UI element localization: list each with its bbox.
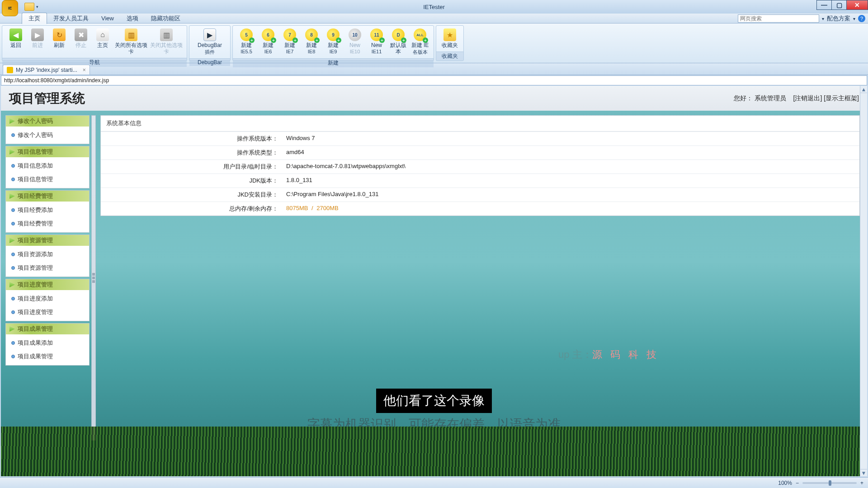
new-ie7-button[interactable]: 7+新建IE7 (279, 28, 301, 55)
sidebar-item-res-manage[interactable]: 项目资源管理 (6, 261, 89, 275)
splitter-handle[interactable] (91, 115, 96, 441)
sidebar-group-progress: 项目进度管理 项目进度添加项目进度管理 (5, 279, 90, 321)
ie-icon: 7+ (283, 28, 296, 41)
close-other-tabs-button[interactable]: ▥关闭其他选项卡 (149, 28, 184, 56)
new-ie-all-button[interactable]: ALL+新建 IE各版本 (409, 28, 431, 56)
menu-strip: 主页 开发人员工具 View 选项 隐藏功能区 ▾ 配色方案 ▾ ? (0, 14, 868, 23)
sidebar-item-res-add[interactable]: 项目资源添加 (6, 248, 89, 261)
window-title: IETester (423, 4, 445, 10)
ribbon-group-new: 5+新建IE5.5 6+新建IE6 7+新建IE7 8+新建IE8 9+新建IE… (232, 25, 434, 61)
color-scheme-label[interactable]: 配色方案 (827, 14, 850, 23)
ie-icon: 10 (349, 28, 361, 41)
tab-close-icon[interactable]: × (83, 67, 86, 73)
folder-icon[interactable] (24, 3, 34, 11)
sidebar-item-result-add[interactable]: 项目成果添加 (6, 336, 89, 350)
refresh-icon: ↻ (53, 28, 66, 41)
greeting-label: 您好： (734, 94, 753, 102)
new-ie10-button[interactable]: 10NewIE10 (344, 28, 366, 55)
tab-favicon (7, 67, 13, 73)
sidebar-item-prog-add[interactable]: 项目进度添加 (6, 292, 89, 305)
sidebar-item-result-manage[interactable]: 项目成果管理 (6, 350, 89, 363)
sidebar-header[interactable]: 修改个人密码 (6, 116, 89, 127)
default-version-button[interactable]: D+默认版本 (387, 28, 409, 56)
sidebar-item-info-add[interactable]: 项目信息添加 (6, 159, 89, 173)
new-group-label: 新建 (233, 58, 434, 67)
ie-icon: D+ (392, 28, 405, 41)
app-icon: IE (2, 0, 18, 16)
zoom-in-button[interactable]: + (860, 480, 863, 486)
new-ie6-button[interactable]: 6+新建IE6 (257, 28, 279, 55)
zoom-slider[interactable] (802, 482, 857, 484)
maximize-button[interactable]: ▢ (831, 0, 847, 10)
home-button[interactable]: ⌂主页 (92, 28, 113, 50)
menu-hide-ribbon[interactable]: 隐藏功能区 (145, 13, 187, 24)
debugbar-group-label: DebugBar (189, 58, 230, 66)
sidebar-header[interactable]: 项目成果管理 (6, 324, 89, 334)
info-label: 总内存/剩余内存： (101, 202, 282, 216)
menu-devtools[interactable]: 开发人员工具 (47, 13, 95, 24)
show-frame-link[interactable]: [显示主框架] (824, 94, 859, 102)
refresh-button[interactable]: ↻刷新 (48, 28, 70, 50)
ribbon-group-favorites: ★收藏夹 收藏夹 (436, 25, 464, 61)
vertical-scrollbar[interactable]: ▲ ▼ (860, 86, 867, 476)
sidebar-header[interactable]: 项目资源管理 (6, 235, 89, 246)
menu-options[interactable]: 选项 (120, 13, 145, 24)
debugbar-button[interactable]: ▶DebugBar插件 (192, 28, 227, 56)
favorites-button[interactable]: ★收藏夹 (439, 28, 461, 50)
scroll-up-icon[interactable]: ▲ (860, 86, 867, 93)
info-label: 操作系统版本： (101, 132, 282, 145)
sidebar-item-fund-manage[interactable]: 项目经费管理 (6, 217, 89, 230)
new-ie9-button[interactable]: 9+新建IE9 (322, 28, 344, 55)
zoom-out-button[interactable]: − (796, 480, 799, 486)
folder-icon: ▥ (160, 28, 173, 41)
menu-home[interactable]: 主页 (22, 13, 47, 24)
panel-title: 系统基本信息 (101, 116, 859, 131)
logout-link[interactable]: [注销退出] (793, 94, 822, 102)
ie-icon: 11+ (370, 28, 383, 41)
sidebar-item-fund-add[interactable]: 项目经费添加 (6, 203, 89, 217)
page-viewport: 项目管理系统 您好： 系统管理员 [注销退出] [显示主框架] 修改个人密码 修… (1, 86, 867, 476)
folder-icon: ▥ (125, 28, 137, 41)
sidebar-header[interactable]: 项目经费管理 (6, 191, 89, 202)
forward-button[interactable]: ▶前进 (27, 28, 48, 50)
stop-button[interactable]: ✖停止 (70, 28, 92, 50)
sidebar-group-resources: 项目资源管理 项目资源添加项目资源管理 (5, 235, 90, 277)
menu-view[interactable]: View (95, 14, 120, 23)
sidebar-item-info-manage[interactable]: 项目信息管理 (6, 173, 89, 186)
sidebar-group-funds: 项目经费管理 项目经费添加项目经费管理 (5, 190, 90, 233)
address-bar[interactable]: http://localhost:8080/xmglxt/admin/index… (1, 75, 867, 85)
new-ie55-button[interactable]: 5+新建IE5.5 (236, 28, 257, 55)
sidebar-header[interactable]: 项目进度管理 (6, 279, 89, 290)
close-all-tabs-button[interactable]: ▥关闭所有选项卡 (113, 28, 149, 56)
debugbar-icon: ▶ (203, 28, 216, 41)
info-value-jdk-path: C:\Program Files\Java\jre1.8.0_131 (282, 188, 859, 202)
ribbon-group-nav: ◀返回 ▶前进 ↻刷新 ✖停止 ⌂主页 ▥关闭所有选项卡 ▥关闭其他选项卡 导航 (2, 25, 187, 61)
subtitle-disclaimer: 字幕为机器识别，可能存在偏差，以语音为准 (307, 416, 561, 433)
minimize-button[interactable]: — (816, 0, 832, 10)
sidebar-item-prog-manage[interactable]: 项目进度管理 (6, 305, 89, 319)
sidebar-item-change-password[interactable]: 修改个人密码 (6, 128, 89, 142)
status-bar: 100% − + (0, 477, 868, 488)
back-button[interactable]: ◀返回 (5, 28, 27, 50)
new-ie11-button[interactable]: 11+NewIE11 (366, 28, 387, 55)
search-dropdown-icon[interactable]: ▾ (822, 16, 824, 21)
scheme-dropdown-icon[interactable]: ▾ (853, 16, 855, 21)
ribbon: ◀返回 ▶前进 ↻刷新 ✖停止 ⌂主页 ▥关闭所有选项卡 ▥关闭其他选项卡 导航… (0, 23, 868, 63)
info-value-jdk-version: 1.8.0_131 (282, 174, 859, 188)
chevron-down-icon[interactable]: ▾ (36, 5, 38, 9)
stop-icon: ✖ (75, 28, 87, 41)
ie-icon: 9+ (327, 28, 340, 41)
sidebar-group-password: 修改个人密码 修改个人密码 (5, 115, 90, 144)
info-label: 操作系统类型： (101, 146, 282, 160)
tab-active[interactable]: My JSP 'index.jsp' starti... × (3, 65, 90, 75)
scroll-down-icon[interactable]: ▼ (860, 469, 867, 476)
sidebar-group-info: 项目信息管理 项目信息添加项目信息管理 (5, 146, 90, 188)
sidebar-header[interactable]: 项目信息管理 (6, 146, 89, 157)
close-button[interactable]: ✕ (846, 0, 868, 10)
web-search-input[interactable] (738, 14, 819, 23)
page-header: 项目管理系统 您好： 系统管理员 [注销退出] [显示主框架] (1, 86, 867, 111)
info-value-user-dir: D:\apache-tomcat-7.0.81\wtpwebapps\xmglx… (282, 160, 859, 174)
new-ie8-button[interactable]: 8+新建IE8 (301, 28, 322, 55)
zoom-value: 100% (778, 480, 792, 486)
help-icon[interactable]: ? (858, 15, 865, 22)
